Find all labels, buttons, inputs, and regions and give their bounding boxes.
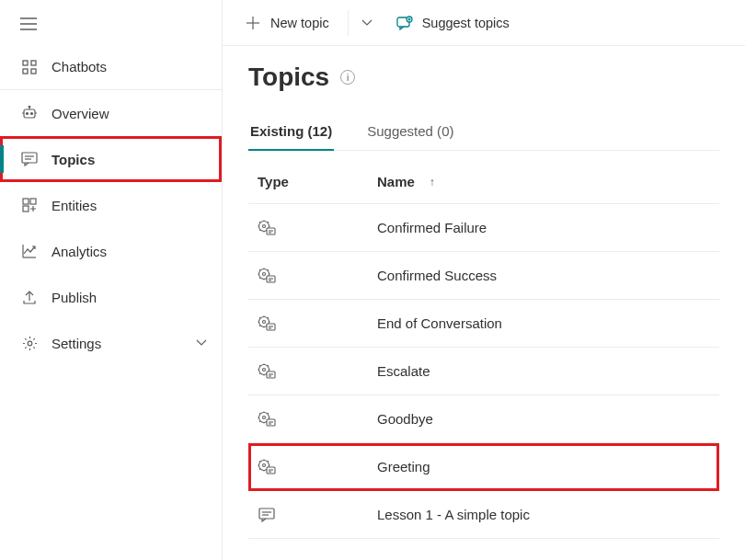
new-topic-dropdown[interactable] [354,0,380,45]
topic-name: Goodbye [377,411,433,427]
suggest-icon [396,15,413,31]
sidebar-item-overview[interactable]: Overview [0,90,222,136]
tab-existing[interactable]: Existing (12) [248,120,334,150]
sidebar-item-chatbots[interactable]: Chatbots [0,44,222,90]
plus-icon [245,15,261,31]
chat-icon [20,150,39,168]
cell-name: End of Conversation [377,315,719,331]
grid-icon [20,58,39,76]
tab-suggested[interactable]: Suggested (0) [365,120,455,150]
svg-rect-14 [22,153,37,163]
table-row[interactable]: Confirmed Success [248,252,719,300]
info-icon[interactable]: i [340,70,355,85]
analytics-icon [20,242,39,260]
toolbar-separator [348,10,349,36]
column-header-type[interactable]: Type [248,174,377,189]
new-topic-label: New topic [270,16,329,30]
system-topic-icon [258,458,276,476]
gear-icon [20,334,39,352]
sidebar-item-topics[interactable]: Topics [0,136,222,182]
tab-label: Existing (12) [250,123,332,139]
table-row[interactable]: Confirmed Failure [248,204,719,252]
svg-point-42 [263,368,266,371]
topics-list: Type Name ↑ Confirmed FailureConfirmed S… [248,160,719,539]
app-root: Chatbots Overview Topics Entities [0,0,745,560]
cell-name: Escalate [377,363,719,379]
svg-point-10 [27,113,29,115]
sidebar-item-label: Entities [52,198,222,213]
cell-name: Confirmed Success [377,268,719,283]
sidebar-item-label: Publish [52,290,222,305]
sidebar-item-entities[interactable]: Entities [0,182,222,228]
table-row[interactable]: End of Conversation [248,300,719,348]
svg-point-21 [28,341,32,346]
topic-name: Lesson 1 - A simple topic [377,507,530,522]
system-topic-icon [258,267,276,285]
svg-point-47 [263,416,266,418]
svg-point-37 [263,320,266,323]
topic-name: Greeting [377,459,430,474]
sidebar-item-label: Settings [52,336,196,351]
content: Topics i Existing (12) Suggested (0) Typ… [223,46,745,560]
bot-icon [20,104,39,122]
table-row[interactable]: Greeting [248,443,719,491]
page-title-row: Topics i [248,63,719,92]
svg-point-11 [31,113,33,115]
system-topic-icon [258,362,276,381]
cell-type [248,410,377,429]
table-row[interactable]: Goodbye [248,395,719,443]
toolbar: New topic Suggest topics [223,0,745,46]
cell-type [248,219,377,237]
cell-name: Lesson 1 - A simple topic [377,507,719,522]
svg-rect-4 [31,61,36,65]
new-topic-button[interactable]: New topic [241,0,342,45]
cell-name: Confirmed Failure [377,220,719,235]
table-row[interactable]: Lesson 1 - A simple topic [248,491,719,539]
sidebar: Chatbots Overview Topics Entities [0,0,223,560]
hamburger-row [0,4,222,44]
svg-rect-17 [23,199,29,204]
table-row[interactable]: Escalate [248,348,719,395]
svg-point-27 [263,224,266,227]
page-title: Topics [248,63,329,92]
svg-rect-6 [31,69,36,74]
topic-name: Confirmed Success [377,268,497,283]
main: New topic Suggest topics Topics i [223,0,745,560]
system-topic-icon [258,219,276,237]
svg-point-9 [29,106,30,108]
hamburger-icon[interactable] [20,17,37,30]
tabs: Existing (12) Suggested (0) [248,120,719,151]
user-topic-icon [258,506,276,524]
suggest-topics-label: Suggest topics [422,16,510,30]
sidebar-item-analytics[interactable]: Analytics [0,228,222,274]
svg-rect-3 [23,61,28,65]
svg-rect-7 [24,109,35,118]
column-header-name[interactable]: Name ↑ [377,174,719,189]
cell-name: Goodbye [377,411,719,427]
cell-type [248,506,377,524]
sidebar-item-label: Overview [52,106,222,121]
list-header: Type Name ↑ [248,160,719,204]
nav-section-main: Overview Topics Entities Analytics [0,90,222,366]
system-topic-icon [258,410,276,429]
sidebar-item-label: Chatbots [52,59,222,74]
cell-type [248,267,377,285]
nav-section-top: Chatbots [0,44,222,90]
suggest-topics-button[interactable]: Suggest topics [393,0,522,45]
cell-type [248,362,377,381]
svg-rect-18 [30,199,36,204]
cell-type [248,314,377,333]
chevron-down-icon [196,339,207,347]
entities-icon [20,196,39,214]
sort-ascending-icon: ↑ [430,176,435,189]
tab-label: Suggested (0) [367,123,453,139]
cell-name: Greeting [377,459,719,474]
sidebar-item-label: Topics [52,152,222,167]
system-topic-icon [258,314,276,333]
sidebar-item-settings[interactable]: Settings [0,320,222,366]
publish-icon [20,288,39,306]
svg-rect-56 [259,509,274,519]
cell-type [248,458,377,476]
sidebar-item-publish[interactable]: Publish [0,274,222,320]
svg-rect-5 [23,69,28,74]
